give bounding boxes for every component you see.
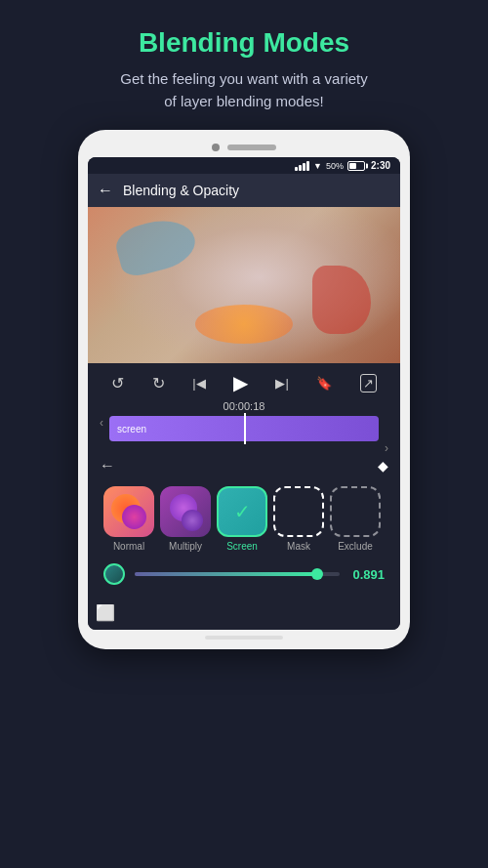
app-topbar: ← Blending & Opacity bbox=[88, 174, 400, 207]
multiply-label: Multiply bbox=[169, 541, 202, 552]
wifi-icon: ▼ bbox=[313, 161, 322, 171]
opacity-icon bbox=[103, 563, 125, 585]
phone-home-bar bbox=[205, 636, 283, 640]
redo-button[interactable]: ↻ bbox=[152, 374, 165, 393]
blend-mode-mask[interactable]: Mask bbox=[273, 486, 324, 552]
skip-end-button[interactable]: ▶| bbox=[275, 376, 288, 391]
opacity-slider-fill bbox=[135, 572, 317, 576]
battery-icon bbox=[347, 161, 365, 171]
phone-speaker bbox=[227, 145, 276, 150]
blend-back-button[interactable]: ← bbox=[100, 457, 115, 475]
opacity-slider[interactable] bbox=[135, 572, 340, 576]
camera-dot bbox=[212, 144, 220, 151]
screen-label: Screen bbox=[226, 541, 258, 552]
blend-panel: ← ◆ Normal Multiply ✓ Screen bbox=[88, 447, 400, 595]
blend-mode-exclude[interactable]: Exclude bbox=[330, 486, 381, 552]
mask-icon bbox=[273, 486, 324, 537]
screen-icon: ✓ bbox=[217, 486, 267, 537]
timeline-track-container[interactable]: ‹ screen › bbox=[105, 416, 383, 441]
phone-screen: ▼ 50% 2:30 ← Blending & Opacity ↺ ↻ |◀ ▶ bbox=[88, 157, 400, 630]
multiply-icon bbox=[160, 486, 211, 537]
blend-mode-multiply[interactable]: Multiply bbox=[160, 486, 211, 552]
playback-controls: ↺ ↻ |◀ ▶ ▶| 🔖 ↗ bbox=[88, 363, 400, 398]
bottom-strip: ⬜ bbox=[88, 595, 400, 630]
blend-mode-screen[interactable]: ✓ Screen bbox=[217, 486, 267, 552]
play-button[interactable]: ▶ bbox=[233, 371, 248, 394]
timeline-section: 00:00:18 ‹ screen › bbox=[88, 398, 400, 447]
exclude-label: Exclude bbox=[338, 541, 373, 552]
screen-selected-check: ✓ bbox=[234, 500, 251, 523]
header-section: Blending Modes Get the feeling you want … bbox=[0, 0, 488, 130]
app-title: Blending & Opacity bbox=[123, 183, 239, 198]
opacity-slider-thumb bbox=[311, 568, 323, 580]
timeline-playhead bbox=[244, 413, 246, 444]
page-subtitle: Get the feeling you want with a varietyo… bbox=[20, 68, 468, 112]
blend-header: ← ◆ bbox=[96, 457, 392, 475]
export-button[interactable]: ↗ bbox=[360, 374, 377, 393]
exclude-icon bbox=[330, 486, 381, 537]
status-bar: ▼ 50% 2:30 bbox=[88, 157, 400, 174]
back-button[interactable]: ← bbox=[98, 182, 113, 199]
status-time: 2:30 bbox=[371, 160, 390, 171]
normal-label: Normal bbox=[113, 541, 144, 552]
storyboard-icon[interactable]: ⬜ bbox=[96, 603, 115, 622]
video-orange-overlay bbox=[195, 305, 293, 344]
battery-percent: 50% bbox=[326, 161, 344, 171]
blend-mode-normal[interactable]: Normal bbox=[103, 486, 154, 552]
blend-modes-list: Normal Multiply ✓ Screen Mask bbox=[96, 482, 392, 556]
timeline-timestamp: 00:00:18 bbox=[96, 400, 392, 412]
opacity-row: 0.891 bbox=[96, 556, 392, 589]
timeline-right-arrow[interactable]: › bbox=[385, 441, 388, 455]
page-title: Blending Modes bbox=[20, 27, 468, 59]
phone-top-bar bbox=[88, 144, 400, 151]
mask-label: Mask bbox=[287, 541, 310, 552]
video-canvas bbox=[88, 207, 400, 363]
timeline-left-arrow[interactable]: ‹ bbox=[100, 416, 103, 430]
signal-icon bbox=[295, 161, 309, 171]
opacity-value: 0.891 bbox=[349, 567, 385, 582]
diamond-icon: ◆ bbox=[378, 458, 388, 474]
phone-frame: ▼ 50% 2:30 ← Blending & Opacity ↺ ↻ |◀ ▶ bbox=[78, 130, 410, 649]
timeline-track-label: screen bbox=[117, 424, 146, 434]
timeline-track[interactable]: screen bbox=[109, 416, 379, 441]
bookmark-button[interactable]: 🔖 bbox=[316, 376, 332, 391]
skip-start-button[interactable]: |◀ bbox=[192, 376, 205, 391]
undo-button[interactable]: ↺ bbox=[111, 374, 124, 393]
normal-icon bbox=[103, 486, 154, 537]
